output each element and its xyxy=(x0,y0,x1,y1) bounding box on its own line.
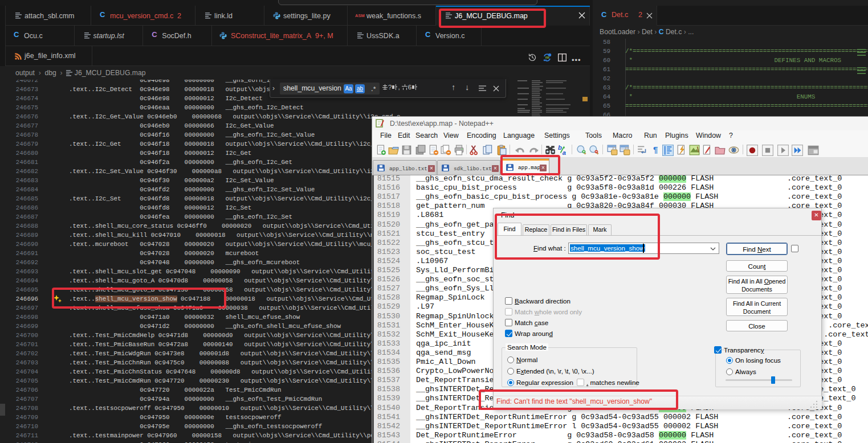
svg-text:b: b xyxy=(558,145,562,151)
svg-text:a: a xyxy=(563,149,566,155)
svg-text:¶: ¶ xyxy=(653,145,658,154)
